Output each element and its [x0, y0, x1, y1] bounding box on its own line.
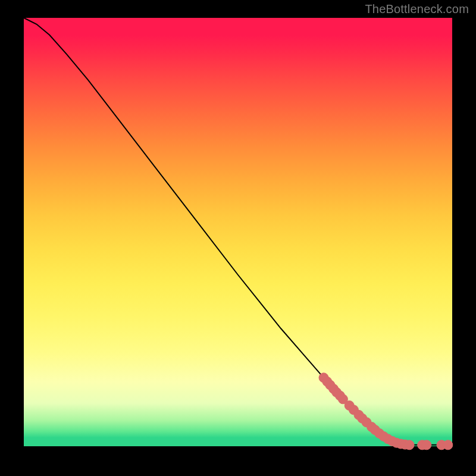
curve-line: [24, 18, 452, 445]
data-point: [443, 440, 453, 450]
plot-area: [24, 18, 452, 446]
data-point: [405, 440, 414, 450]
chart-svg: [24, 18, 452, 446]
watermark-text: TheBottleneck.com: [365, 2, 469, 16]
data-point: [422, 440, 431, 450]
chart-frame: TheBottleneck.com: [0, 0, 476, 476]
